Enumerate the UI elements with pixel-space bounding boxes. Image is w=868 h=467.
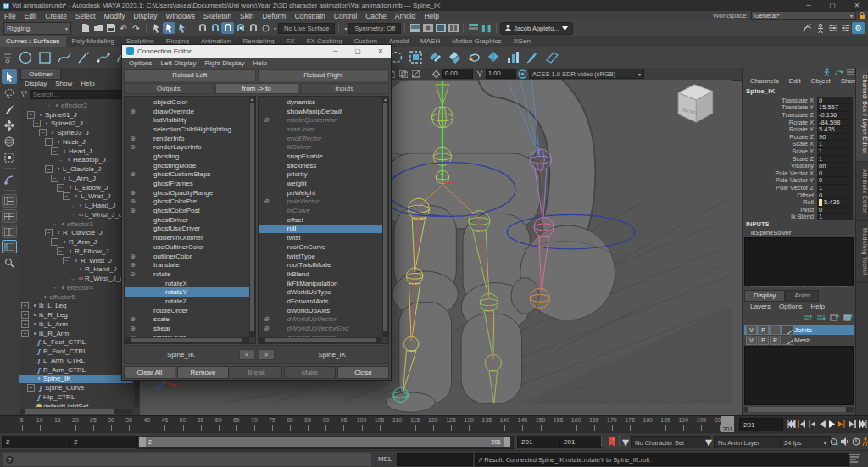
direction-toggle-button[interactable]: from -> to [215,83,298,94]
step-forward-frame-button[interactable] [837,418,847,430]
expand-icon[interactable]: ⊕ [127,197,138,205]
colorspace-dropdown[interactable]: ACES 1.0 SDR-video (sRGB) ▾ [529,69,644,79]
channel-box-input-node[interactable]: ikSplineSolver [751,229,792,236]
lasso-arc-icon[interactable] [465,48,484,67]
clear-all-button[interactable]: Clear All [124,366,175,379]
layer-menu-options[interactable]: Options [775,303,807,310]
xgen-icon[interactable] [801,22,814,34]
output-attr-scale[interactable]: ⊕scale [125,315,249,325]
menu-select[interactable]: Select [71,12,100,20]
character-set-dropdown[interactable]: No Character Set [631,436,710,448]
chevron-down-icon[interactable]: ▾ [621,436,630,448]
make-live-icon[interactable] [259,22,272,34]
anim-layers-icon[interactable] [839,22,852,34]
layout-single-pane-button[interactable] [2,194,17,208]
tree-expand-icon[interactable]: + [21,320,29,328]
open-scene-icon[interactable] [92,22,104,34]
outliner-item-spine-ik[interactable]: ‹Spine_IK [19,375,133,384]
outliner-item-r-hand-j[interactable]: →‹R_Hand_J [19,265,133,275]
close-button[interactable]: Close [337,366,389,379]
select-by-hierarchy-icon[interactable] [150,22,163,34]
snap-to-grid-icon[interactable] [196,22,209,34]
lasso-tool[interactable] [2,86,17,100]
outliner-item-ik-l-leg[interactable]: +‹ik_L_Leg [19,302,133,311]
menu-deform[interactable]: Deform [259,12,291,20]
workspace-settings-icon[interactable]: ⚙ [852,22,865,34]
display-layers-icon[interactable] [826,22,839,34]
dialog-minimize-button[interactable]: ─ [333,47,337,55]
plane-pair-icon[interactable] [426,48,445,67]
plane-pair2-icon[interactable] [445,48,465,67]
animation-start-field[interactable]: 2 [2,436,70,448]
live-surface-field[interactable]: No Live Surface [278,23,335,34]
tree-collapse-icon[interactable]: − [63,192,70,200]
menu-set-dropdown[interactable]: Rigging ▾ [3,22,71,35]
input-attr-stickiness[interactable]: stickiness [259,161,383,170]
side-tab-channel-box-layer-editor[interactable]: Channel Box / Layer Editor [856,68,868,162]
range-end-handle[interactable] [504,437,510,447]
chevron-down-icon[interactable]: ▾ [344,25,347,31]
input-attr-snapenable[interactable]: snapEnable [259,152,383,161]
remove-button[interactable]: Remove [177,366,229,379]
input-attr-offset[interactable]: offset [259,215,383,225]
input-attr-dworlduptype[interactable]: dWorldUpType [259,287,383,297]
expand-icon[interactable]: ⊕ [127,143,138,151]
image-plane-icon[interactable] [397,68,409,80]
output-attr-ghostframes[interactable]: ghostFrames [125,179,249,188]
snap-to-curve-icon[interactable] [209,22,221,34]
tab-display[interactable]: Display [744,290,785,302]
outliner-item-spine-curve[interactable]: +ʃSpine_Curve [19,383,133,392]
rotate-tool[interactable] [2,134,17,148]
play-forward-button[interactable] [827,418,837,430]
move-layer-up-icon[interactable] [803,314,812,322]
layer-color-swatch[interactable] [782,325,793,335]
output-attr-ghostopacityrange[interactable]: ⊕ghostOpacityRange [125,188,249,197]
outliner-item-l-wrist-j[interactable]: −‹L_Wrist_J [19,192,133,202]
menu-modify[interactable]: Modify [100,12,130,20]
outliner-item-r-wrist-j-orie[interactable]: →∞R_Wrist_J_orie [19,274,133,283]
connection-editor-titlebar[interactable]: Connection Editor ─ ▢ ✕ [122,45,391,58]
symmetry-field[interactable]: Symmetry: Off [348,23,401,34]
range-slider-track[interactable]: 2 201 [137,436,514,449]
layer-toggle-v[interactable]: V [746,325,757,335]
menu-control[interactable]: Control [330,12,361,20]
outliner-menu-show[interactable]: Show [51,80,76,87]
tree-collapse-icon[interactable]: − [27,111,35,119]
time-slider[interactable]: 5101520253035404550556065707580859095100… [0,415,868,433]
previous-object-button[interactable]: < [239,349,255,360]
paint-select-tool[interactable] [2,102,17,116]
expand-icon[interactable]: ⊖ [127,270,138,278]
nurbs-circle-icon[interactable] [15,48,35,67]
inputs-vertical-scrollbar[interactable]: ▲ [382,97,388,337]
shelf-tab-xgen[interactable]: XGen [507,36,536,47]
output-attr-selectionchildhighlighting[interactable]: selectionChildHighlighting [125,125,249,134]
redo-icon[interactable]: ↷ [130,22,142,34]
outliner-item-r-arm-j[interactable]: −‹R_Arm_J [19,237,133,247]
layout-two-pane-button[interactable] [2,225,17,238]
output-attr-rotatey[interactable]: rotateY [125,287,249,297]
output-attr-outlinercolor[interactable]: ⊕outlinerColor [125,252,249,261]
output-attr-lodvisibility[interactable]: lodVisibility [125,115,249,125]
output-attr-ghostdriver[interactable]: ghostDriver [125,215,249,225]
gamma-icon[interactable] [473,68,486,80]
dialog-maximize-button[interactable]: ▢ [355,47,361,55]
ce-menu-left-display[interactable]: Left Display [157,59,201,67]
input-attr-priority[interactable]: priority [259,170,383,180]
snap-to-view-plane-icon[interactable] [247,22,259,34]
outliner-item-ik-r-leg[interactable]: +‹ik_R_Leg [19,310,133,320]
input-attr-dworldupvector[interactable]: ⊕dWorldUpVector [259,315,383,325]
expand-icon[interactable]: ⊕ [127,207,138,214]
outliner-item-defaultlightset[interactable]: ◉defaultLightSet [19,402,133,407]
hyperbuild-icon[interactable] [846,68,854,76]
ce-menu-right-display[interactable]: Right Display [200,59,248,67]
evaluation-mode-icon[interactable] [859,436,868,448]
bezier-curve-icon[interactable] [93,48,113,67]
reload-right-button[interactable]: Reload Right [258,69,390,81]
outputs-tab[interactable]: Outputs [124,83,214,94]
tree-collapse-icon[interactable]: − [63,257,70,264]
output-attr-objectcolor[interactable]: objectColor [125,97,249,107]
expand-icon[interactable]: ⊕ [127,325,138,332]
outliner-item-l-arm-ctrl[interactable]: ʃL_Arm_CTRL [19,356,133,365]
select-tool[interactable] [2,69,17,84]
move-tool[interactable] [2,118,17,132]
